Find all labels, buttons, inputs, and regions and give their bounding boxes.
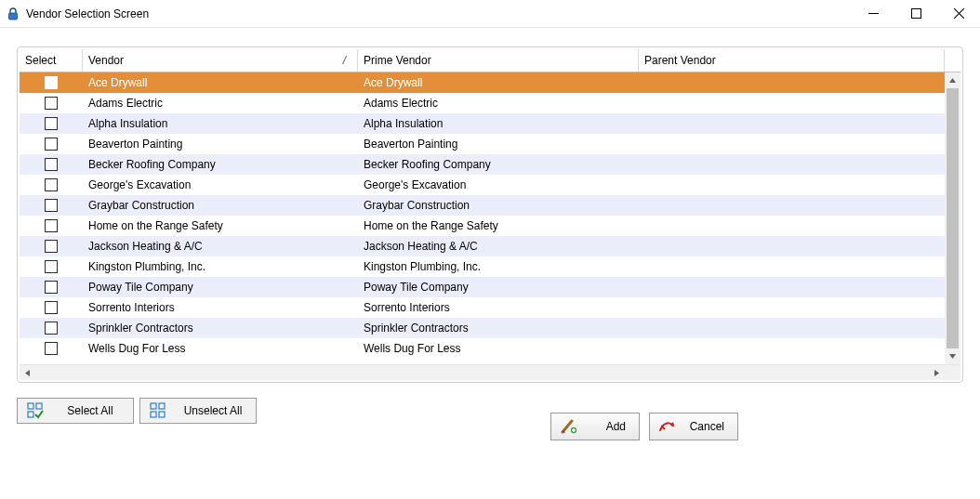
table-row[interactable]: Alpha InsulationAlpha Insulation (20, 113, 945, 134)
window-title: Vendor Selection Screen (26, 7, 852, 20)
maximize-button[interactable] (894, 0, 937, 27)
checkbox[interactable] (45, 97, 58, 110)
column-header-parent-vendor[interactable]: Parent Vendor (639, 49, 945, 72)
checkbox[interactable] (45, 322, 58, 335)
prime-vendor-cell: Jackson Heating & A/C (358, 236, 639, 256)
table-row[interactable]: Beaverton PaintingBeaverton Painting (20, 134, 945, 154)
select-cell[interactable] (20, 175, 83, 195)
prime-vendor-cell: Ace Drywall (358, 72, 639, 93)
scrollbar-corner (945, 365, 960, 380)
table-row[interactable]: Wells Dug For LessWells Dug For Less (20, 338, 945, 359)
parent-vendor-cell (639, 256, 945, 277)
checkbox[interactable] (45, 240, 58, 253)
table-row[interactable]: George's ExcavationGeorge's Excavation (20, 175, 945, 195)
svg-rect-2 (28, 403, 33, 409)
select-cell[interactable] (20, 154, 83, 175)
lock-icon (6, 7, 20, 21)
checkbox[interactable] (45, 219, 58, 232)
unselect-all-button[interactable]: Unselect All (139, 398, 257, 424)
table-row[interactable]: Jackson Heating & A/CJackson Heating & A… (20, 236, 945, 256)
parent-vendor-cell (639, 134, 945, 154)
minimize-button[interactable] (852, 0, 894, 27)
vertical-scrollbar[interactable] (945, 72, 960, 364)
checkbox[interactable] (45, 281, 58, 294)
table-row[interactable]: Graybar ConstructionGraybar Construction (20, 195, 945, 216)
checkbox[interactable] (45, 342, 58, 355)
horizontal-scrollbar[interactable] (20, 364, 960, 380)
scroll-down-icon[interactable] (945, 348, 960, 364)
select-cell[interactable] (20, 72, 83, 93)
svg-rect-8 (159, 412, 165, 417)
checkbox[interactable] (45, 76, 58, 89)
parent-vendor-cell (639, 297, 945, 318)
parent-vendor-cell (639, 338, 945, 359)
select-all-icon (27, 402, 44, 419)
select-cell[interactable] (20, 236, 83, 256)
vendor-cell: Graybar Construction (83, 195, 358, 216)
add-button[interactable]: Add (550, 413, 640, 440)
parent-vendor-cell (639, 72, 945, 93)
select-cell[interactable] (20, 256, 83, 277)
svg-rect-7 (151, 412, 156, 417)
vendor-cell: Jackson Heating & A/C (83, 236, 358, 256)
select-cell[interactable] (20, 297, 83, 318)
scroll-left-icon[interactable] (20, 365, 35, 380)
vendor-cell: Ace Drywall (83, 72, 358, 93)
bottom-bar: Select All Unselect All (17, 398, 963, 440)
parent-vendor-cell (639, 277, 945, 297)
vendor-cell: George's Excavation (83, 175, 358, 195)
select-all-button[interactable]: Select All (17, 398, 134, 424)
prime-vendor-cell: Beaverton Painting (358, 134, 639, 154)
scroll-thumb[interactable] (947, 88, 959, 348)
vendor-cell: Wells Dug For Less (83, 338, 358, 359)
svg-rect-3 (36, 403, 42, 409)
add-icon (561, 418, 577, 435)
column-header-vendor[interactable]: Vendor / (83, 49, 358, 72)
hscroll-track[interactable] (35, 365, 929, 380)
checkbox[interactable] (45, 260, 58, 273)
select-cell[interactable] (20, 318, 83, 338)
grid-body: Ace DrywallAce DrywallAdams ElectricAdam… (20, 72, 960, 364)
prime-vendor-cell: Sorrento Interiors (358, 297, 639, 318)
table-row[interactable]: Becker Roofing CompanyBecker Roofing Com… (20, 154, 945, 175)
vendor-cell: Beaverton Painting (83, 134, 358, 154)
checkbox[interactable] (45, 117, 58, 130)
vendor-cell: Becker Roofing Company (83, 154, 358, 175)
cancel-button[interactable]: Cancel (649, 413, 738, 440)
scroll-right-icon[interactable] (929, 365, 945, 380)
select-cell[interactable] (20, 93, 83, 113)
close-button[interactable] (937, 0, 980, 27)
column-header-prime-vendor[interactable]: Prime Vendor (358, 49, 639, 72)
select-cell[interactable] (20, 216, 83, 236)
table-row[interactable]: Ace DrywallAce Drywall (20, 72, 945, 93)
table-row[interactable]: Adams ElectricAdams Electric (20, 93, 945, 113)
select-cell[interactable] (20, 113, 83, 134)
parent-vendor-cell (639, 154, 945, 175)
select-cell[interactable] (20, 338, 83, 359)
column-header-label: Prime Vendor (364, 54, 431, 67)
column-header-label: Select (25, 54, 56, 67)
parent-vendor-cell (639, 236, 945, 256)
select-cell[interactable] (20, 277, 83, 297)
column-header-select[interactable]: Select (20, 49, 83, 72)
prime-vendor-cell: Kingston Plumbing, Inc. (358, 256, 639, 277)
table-row[interactable]: Sorrento InteriorsSorrento Interiors (20, 297, 945, 318)
checkbox[interactable] (45, 138, 58, 151)
column-header-label: Vendor (88, 54, 124, 67)
action-buttons: Add Cancel (550, 413, 738, 440)
table-row[interactable]: Sprinkler ContractorsSprinkler Contracto… (20, 318, 945, 338)
select-cell[interactable] (20, 195, 83, 216)
checkbox[interactable] (45, 158, 58, 171)
table-row[interactable]: Kingston Plumbing, Inc.Kingston Plumbing… (20, 256, 945, 277)
scroll-up-icon[interactable] (945, 72, 960, 88)
column-header-label: Parent Vendor (644, 54, 716, 67)
checkbox[interactable] (45, 178, 58, 191)
parent-vendor-cell (639, 175, 945, 195)
checkbox[interactable] (45, 301, 58, 314)
prime-vendor-cell: Alpha Insulation (358, 113, 639, 134)
table-row[interactable]: Poway Tile CompanyPoway Tile Company (20, 277, 945, 297)
select-cell[interactable] (20, 134, 83, 154)
prime-vendor-cell: Becker Roofing Company (358, 154, 639, 175)
checkbox[interactable] (45, 199, 58, 212)
table-row[interactable]: Home on the Range SafetyHome on the Rang… (20, 216, 945, 236)
